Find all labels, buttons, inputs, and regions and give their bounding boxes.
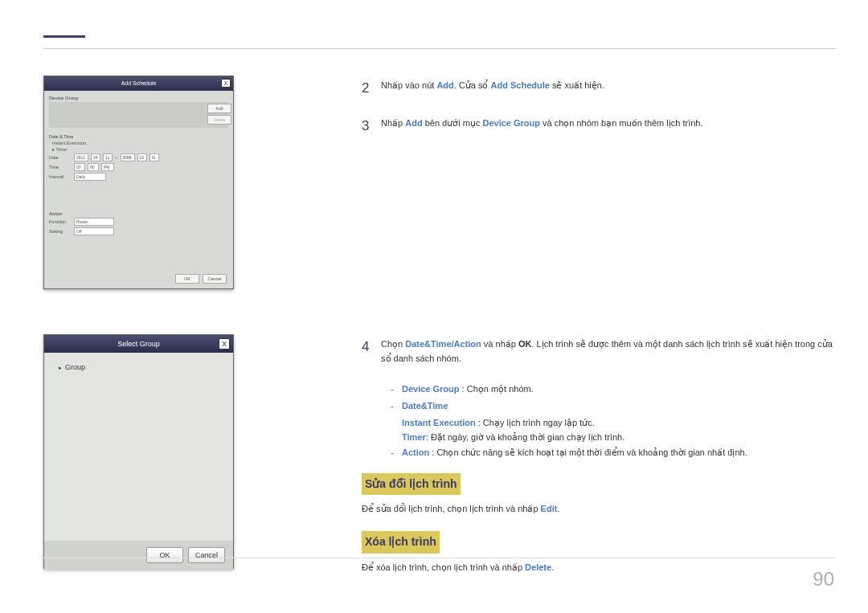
step-3: 3 Nhấp Add bên dưới mục Device Group và … [362, 115, 836, 137]
cancel-button[interactable]: Cancel [188, 547, 225, 563]
instant-execution-option[interactable]: Instant Execution [52, 141, 225, 145]
accent-line [43, 35, 85, 38]
edit-schedule-heading: Sửa đổi lịch trình [362, 473, 461, 496]
select-group-dialog-screenshot: Select Group X Group OK Cancel [43, 334, 234, 569]
delete-link: Delete [525, 562, 551, 572]
subitem-instant-execution: Instant Execution : Chạy lịch trình ngay… [402, 415, 836, 431]
interval-label: Interval [49, 174, 72, 179]
date-day-start[interactable]: 11 [103, 153, 113, 161]
subitem-datetime: - Date&Time [391, 398, 836, 414]
delete-schedule-text: Để xóa lịch trình, chọn lịch trình và nh… [362, 560, 836, 575]
add-schedule-dialog-screenshot: Add Schedule X Device Group Add Delete D… [43, 76, 234, 289]
select-group-title: Select Group [117, 340, 160, 348]
time-minute[interactable]: 00 [88, 163, 99, 171]
step-number: 3 [362, 115, 381, 137]
function-select[interactable]: Power [74, 218, 114, 226]
close-icon[interactable]: X [219, 338, 230, 349]
setting-select[interactable]: Off [74, 227, 114, 235]
ok-button[interactable]: OK [146, 547, 183, 563]
date-year-start[interactable]: 2011 [74, 153, 88, 161]
device-group-label: Device Group [49, 96, 228, 100]
add-link: Add [405, 118, 422, 128]
interval-select[interactable]: Daily [74, 173, 106, 181]
add-button[interactable]: Add [207, 104, 231, 113]
edit-link: Edit [541, 504, 558, 513]
sub-options-list: - Device Group : Chọn một nhóm. - Date&T… [391, 382, 836, 460]
instructions-block-2: 4 Chọn Date&Time/Action và nhấp OK. Lịch… [362, 336, 836, 578]
step-4: 4 Chọn Date&Time/Action và nhấp OK. Lịch… [362, 336, 836, 366]
date-separator: ~ [115, 155, 118, 160]
edit-schedule-text: Để sửa đổi lịch trình, chọn lịch trình v… [362, 501, 836, 517]
subitem-device-group: - Device Group : Chọn một nhóm. [391, 382, 836, 397]
select-group-title-bar: Select Group X [44, 335, 233, 353]
ok-text: OK [518, 339, 532, 349]
step-2: 2 Nhấp vào nút Add. Cửa sổ Add Schedule … [362, 77, 836, 99]
date-month-start[interactable]: 04 [91, 153, 100, 161]
subitem-timer: Timer: Đặt ngày, giờ và khoảng thời gian… [402, 430, 836, 445]
datetime-label: Date & Time [49, 134, 228, 139]
date-day-end[interactable]: 31 [149, 153, 159, 161]
step-number: 2 [362, 77, 381, 99]
time-ampm[interactable]: PM [101, 163, 114, 171]
close-icon[interactable]: X [221, 79, 231, 88]
time-label: Time [49, 165, 72, 170]
add-schedule-link: Add Schedule [491, 80, 550, 90]
add-schedule-title: Add Schedule [121, 80, 157, 86]
step-number: 4 [362, 336, 381, 366]
subitem-action: - Action : Chọn chức năng sẽ kích hoạt t… [391, 445, 836, 460]
device-group-link: Device Group [482, 118, 540, 128]
group-tree-item[interactable]: Group [52, 361, 225, 374]
delete-schedule-heading: Xóa lịch trình [362, 531, 440, 554]
date-label: Date [49, 155, 72, 160]
date-year-end[interactable]: 2088 [121, 153, 135, 161]
add-link: Add [436, 80, 453, 90]
time-hour[interactable]: 07 [74, 163, 85, 171]
timer-option[interactable]: Timer [55, 147, 67, 152]
delete-button[interactable]: Delete [207, 115, 231, 125]
cancel-button[interactable]: Cancel [203, 274, 227, 284]
datetime-link: Date&Time [405, 339, 451, 349]
setting-label: Setting [49, 229, 72, 234]
instructions-block-1: 2 Nhấp vào nút Add. Cửa sổ Add Schedule … [362, 77, 836, 153]
page-number: 90 [813, 568, 834, 591]
add-schedule-title-bar: Add Schedule X [44, 76, 233, 91]
function-label: Function [49, 219, 72, 224]
bottom-border [43, 558, 836, 558]
ok-button[interactable]: OK [175, 274, 199, 284]
top-border [43, 48, 836, 49]
action-link: Action [454, 339, 481, 349]
device-group-panel: Add Delete [49, 102, 228, 128]
date-month-end[interactable]: 12 [137, 153, 147, 161]
action-label: Action [49, 211, 228, 216]
